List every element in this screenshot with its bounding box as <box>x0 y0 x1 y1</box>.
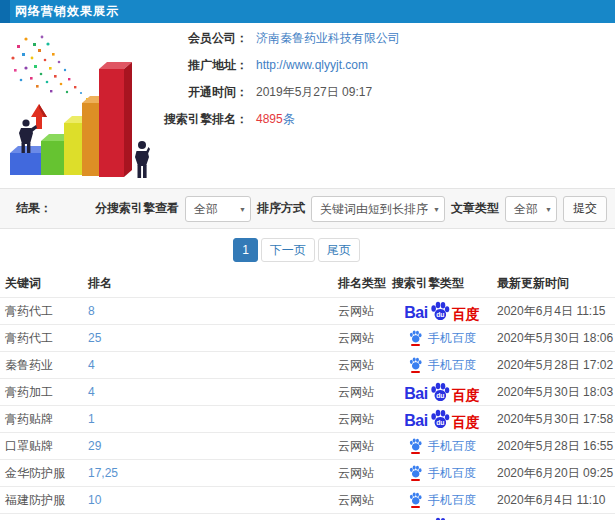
businessman-right <box>135 141 150 178</box>
baidu-paw-icon <box>408 438 423 454</box>
rank-type-cell: 云网站 <box>333 384 387 401</box>
rank-link[interactable]: 8 <box>83 304 333 318</box>
rank-link[interactable]: 4 <box>83 358 333 372</box>
column-header-4: 最新更新时间 <box>497 275 615 292</box>
rank-link[interactable]: 25 <box>83 331 333 345</box>
sort-select[interactable]: 关键词由短到长排序 ▼ <box>311 196 445 222</box>
engine-filter-select[interactable]: 全部 ▼ <box>185 196 251 222</box>
info-value: 2019年5月27日 09:17 <box>256 79 372 106</box>
rank-link[interactable]: 29 <box>83 439 333 453</box>
baidu-mobile-label: 手机百度 <box>428 438 476 455</box>
rank-type-cell: 云网站 <box>333 303 387 320</box>
rank-link[interactable]: 1 <box>83 412 333 426</box>
keyword-cell: 膏药贴牌 <box>0 411 83 428</box>
company-info: 会员公司： 济南秦鲁药业科技有限公司 推广地址： http://www.qlyy… <box>0 25 615 133</box>
engine-cell: 手机百度 <box>387 438 497 455</box>
baidu-mobile-label: 手机百度 <box>428 330 476 347</box>
table-row: 秦鲁药业 4 云网站 手机百度 2020年5月28日 <box>0 351 615 378</box>
keyword-cell: 福建防护服 <box>0 492 83 509</box>
baidu-redbar-decoration <box>411 452 420 454</box>
baidu-redbar-decoration <box>411 506 420 508</box>
page: 网络营销效果展示 <box>0 0 615 520</box>
baidu-paw-icon <box>408 465 423 481</box>
info-value-text: 4895 <box>256 112 283 126</box>
keyword-cell: 膏药加工 <box>0 384 83 401</box>
table-row: Bai du 百度 <box>0 513 615 520</box>
baidu-paw-icon <box>408 492 423 508</box>
baidu-mobile-label: 手机百度 <box>428 492 476 509</box>
baidu-mobile-label: 手机百度 <box>428 465 476 482</box>
rank-link[interactable]: 4 <box>83 385 333 399</box>
sort-label: 排序方式 <box>257 200 305 217</box>
column-header-1: 排名 <box>83 275 333 292</box>
keyword-cell: 金华防护服 <box>0 465 83 482</box>
info-label: 开通时间： <box>0 79 248 106</box>
updated-cell: 2020年6月20日 09:25 <box>497 465 615 482</box>
engine-filter-value: 全部 <box>194 202 218 216</box>
info-label: 推广地址： <box>0 52 248 79</box>
caret-down-icon: ▼ <box>239 197 246 223</box>
info-row: 开通时间： 2019年5月27日 09:17 <box>0 79 615 106</box>
result-label: 结果： <box>16 200 52 217</box>
keyword-cell: 膏药代工 <box>0 330 83 347</box>
svg-text:du: du <box>436 392 444 399</box>
updated-cell: 2020年5月30日 18:03 <box>497 384 615 401</box>
article-type-value: 全部 <box>514 202 538 216</box>
submit-button[interactable]: 提交 <box>563 196 607 222</box>
baidu-pc-logo: Bai du 百度 <box>404 301 479 321</box>
info-value-link[interactable]: http://www.qlyyjt.com <box>256 58 368 72</box>
rank-link[interactable]: 10 <box>83 493 333 507</box>
baidu-pc-logo: Bai du 百度 <box>404 409 479 429</box>
baidu-paw-icon: du <box>429 301 451 321</box>
pagination: 1 下一页 尾页 <box>0 229 604 270</box>
baidu-redbar-decoration <box>411 371 420 373</box>
article-type-select[interactable]: 全部 ▼ <box>505 196 557 222</box>
baidu-paw-icon <box>408 330 423 346</box>
rank-link[interactable]: 17,25 <box>83 466 333 480</box>
pagination-next[interactable]: 下一页 <box>261 238 315 262</box>
engine-cell: Bai du 百度 <box>387 409 497 429</box>
table-header: 关键词排名排名类型搜索引擎类型最新更新时间 <box>0 270 615 297</box>
info-value-text: 条 <box>283 112 295 126</box>
rank-type-cell: 云网站 <box>333 465 387 482</box>
baidu-paw-icon: du <box>429 409 451 429</box>
info-value: 济南秦鲁药业科技有限公司 <box>256 25 400 52</box>
baidu-redbar-decoration <box>411 479 420 481</box>
pagination-page-1[interactable]: 1 <box>233 238 258 262</box>
title-bar: 网络营销效果展示 <box>0 0 615 23</box>
updated-cell: 2020年5月28日 17:02 <box>497 357 615 374</box>
rank-type-cell: 云网站 <box>333 330 387 347</box>
table-row: 福建防护服 10 云网站 手机百度 2020年6月4日 <box>0 486 615 513</box>
engine-cell: 手机百度 <box>387 492 497 509</box>
info-value: http://www.qlyyjt.com <box>256 52 368 79</box>
baidu-mobile-logo: 手机百度 <box>408 330 476 347</box>
info-row: 搜索引擎排名： 4895条 <box>0 106 615 133</box>
rank-type-cell: 云网站 <box>333 357 387 374</box>
column-header-3: 搜索引擎类型 <box>387 275 497 292</box>
column-header-2: 排名类型 <box>333 275 387 292</box>
table-row: 膏药贴牌 1 云网站 Bai du 百度 2020年5月30日 17:58 <box>0 405 615 432</box>
table-body: 膏药代工 8 云网站 Bai du 百度 2020年6月4日 11:15 膏药代… <box>0 297 615 520</box>
baidu-mobile-logo: 手机百度 <box>408 465 476 482</box>
info-value: 4895条 <box>256 106 295 133</box>
table-row: 膏药代工 25 云网站 手机百度 2020年5月30日 <box>0 324 615 351</box>
rank-type-cell: 云网站 <box>333 438 387 455</box>
updated-cell: 2020年5月30日 18:06 <box>497 330 615 347</box>
info-value-link[interactable]: 济南秦鲁药业科技有限公司 <box>256 31 400 45</box>
filter-controls: 分搜索引擎查看 全部 ▼ 排序方式 关键词由短到长排序 ▼ 文章类型 全部 ▼ … <box>95 196 607 222</box>
caret-down-icon: ▼ <box>545 197 552 223</box>
pagination-last[interactable]: 尾页 <box>318 238 360 262</box>
baidu-mobile-logo: 手机百度 <box>408 357 476 374</box>
engine-cell: 手机百度 <box>387 465 497 482</box>
table-row: 口罩贴牌 29 云网站 手机百度 2020年5月28日 <box>0 432 615 459</box>
baidu-paw-icon: du <box>429 382 451 402</box>
page-title: 网络营销效果展示 <box>10 3 119 20</box>
engine-cell: Bai du 百度 <box>387 382 497 402</box>
baidu-mobile-logo: 手机百度 <box>408 492 476 509</box>
updated-cell: 2020年5月28日 16:55 <box>497 438 615 455</box>
engine-cell: 手机百度 <box>387 357 497 374</box>
info-value-text: 2019年5月27日 09:17 <box>256 85 372 99</box>
rank-type-cell: 云网站 <box>333 411 387 428</box>
baidu-mobile-label: 手机百度 <box>428 357 476 374</box>
engine-cell: 手机百度 <box>387 330 497 347</box>
